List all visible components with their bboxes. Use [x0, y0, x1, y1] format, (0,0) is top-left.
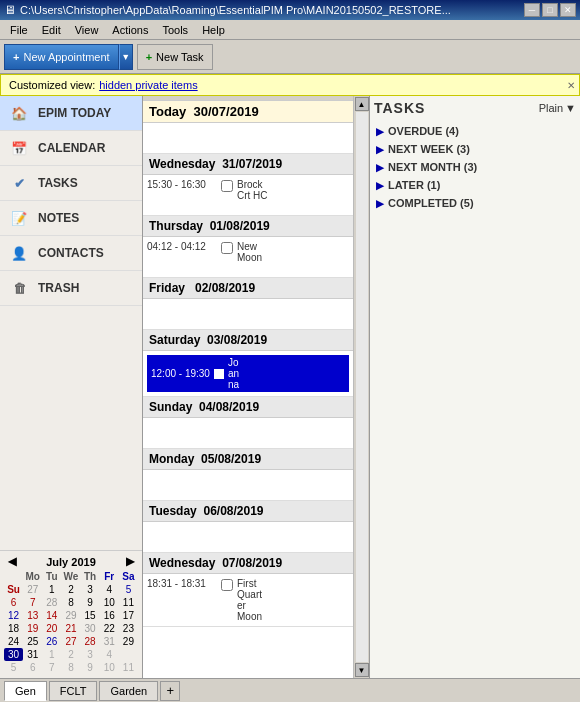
menu-help[interactable]: Help: [196, 22, 231, 38]
tab-gen[interactable]: Gen: [4, 681, 47, 701]
event-checkbox-wed-31-1[interactable]: [221, 180, 233, 192]
day-4[interactable]: 4: [100, 583, 119, 596]
close-button[interactable]: ✕: [560, 3, 576, 17]
day-10[interactable]: 10: [100, 596, 119, 609]
event-checkbox-thu-01-1[interactable]: [221, 242, 233, 254]
day-11b[interactable]: 11: [119, 661, 138, 674]
task-group-later-arrow: ▶: [376, 180, 384, 191]
day-7[interactable]: 7: [23, 596, 42, 609]
new-task-button[interactable]: + New Task: [137, 44, 213, 70]
calendar-scrollbar[interactable]: ▲ ▼: [353, 96, 369, 678]
day-23[interactable]: 23: [119, 622, 138, 635]
day-header-thu-01: Thursday 01/08/2019: [143, 216, 353, 237]
mini-cal-prev[interactable]: ◀: [4, 555, 20, 568]
day-content-thu-01: 04:12 - 04:12 NewMoon: [143, 237, 353, 277]
day-3b[interactable]: 3: [81, 648, 100, 661]
day-1[interactable]: 1: [42, 583, 61, 596]
mini-cal-next[interactable]: ▶: [122, 555, 138, 568]
day-25[interactable]: 25: [23, 635, 42, 648]
event-time-wed-31-1: 15:30 - 16:30: [147, 179, 217, 190]
scroll-down-btn[interactable]: ▼: [355, 663, 369, 677]
calendar-pane[interactable]: Today 30/07/2019 Wednesday 31/07/2019 15…: [143, 96, 353, 678]
day-15[interactable]: 15: [81, 609, 100, 622]
new-appointment-button[interactable]: + New Appointment: [4, 44, 119, 70]
day-29[interactable]: 29: [119, 635, 138, 648]
menu-file[interactable]: File: [4, 22, 34, 38]
day-8b[interactable]: 8: [61, 661, 80, 674]
day-20[interactable]: 20: [42, 622, 61, 635]
minimize-button[interactable]: ─: [524, 3, 540, 17]
task-group-overdue[interactable]: ▶ OVERDUE (4): [374, 122, 576, 140]
sidebar-item-epim-today[interactable]: 🏠 EPIM TODAY: [0, 96, 142, 131]
day-12[interactable]: 12: [4, 609, 23, 622]
day-18[interactable]: 18: [4, 622, 23, 635]
day-19[interactable]: 19: [23, 622, 42, 635]
day-6[interactable]: 6: [4, 596, 23, 609]
tab-garden[interactable]: Garden: [99, 681, 158, 701]
maximize-button[interactable]: □: [542, 3, 558, 17]
day-8[interactable]: 8: [61, 596, 80, 609]
day-5[interactable]: 5: [119, 583, 138, 596]
menu-tools[interactable]: Tools: [156, 22, 194, 38]
task-group-later[interactable]: ▶ LATER (1): [374, 176, 576, 194]
day-9b[interactable]: 9: [81, 661, 100, 674]
sidebar-item-tasks[interactable]: ✔ TASKS: [0, 166, 142, 201]
day-14[interactable]: 14: [42, 609, 61, 622]
day-1b[interactable]: 1: [42, 648, 61, 661]
title-bar-buttons: ─ □ ✕: [524, 3, 576, 17]
day-27b[interactable]: 27: [61, 635, 80, 648]
task-group-completed-label: COMPLETED (5): [388, 197, 474, 209]
task-group-completed[interactable]: ▶ COMPLETED (5): [374, 194, 576, 212]
day-3[interactable]: 3: [81, 583, 100, 596]
day-9[interactable]: 9: [81, 596, 100, 609]
banner-close-button[interactable]: ✕: [567, 80, 575, 91]
day-4b[interactable]: 4: [100, 648, 119, 661]
scroll-up-btn[interactable]: ▲: [355, 97, 369, 111]
tab-fclt[interactable]: FCLT: [49, 681, 98, 701]
day-7b[interactable]: 7: [42, 661, 61, 674]
event-name-sat-03: Joanna: [228, 357, 239, 390]
day-31[interactable]: 31: [23, 648, 42, 661]
menu-view[interactable]: View: [69, 22, 105, 38]
day-11[interactable]: 11: [119, 596, 138, 609]
day-24[interactable]: 24: [4, 635, 23, 648]
thu-header: Th: [81, 570, 100, 583]
sidebar-item-calendar[interactable]: 📅 CALENDAR: [0, 131, 142, 166]
day-13[interactable]: 13: [23, 609, 42, 622]
sidebar-item-notes[interactable]: 📝 NOTES: [0, 201, 142, 236]
title-bar-icon: 🖥: [4, 3, 16, 17]
sun-header: Su: [4, 583, 23, 596]
day-content-sun-04: [143, 418, 353, 448]
sidebar-item-trash[interactable]: 🗑 TRASH: [0, 271, 142, 306]
day-30-today[interactable]: 30: [4, 648, 23, 661]
new-appointment-dropdown[interactable]: ▼: [119, 44, 133, 70]
day-2[interactable]: 2: [61, 583, 80, 596]
day-16[interactable]: 16: [100, 609, 119, 622]
mini-cal-month-year: July 2019: [46, 556, 96, 568]
day-2b[interactable]: 2: [61, 648, 80, 661]
calendar-section: Today 30/07/2019 Wednesday 31/07/2019 15…: [143, 96, 370, 678]
menu-edit[interactable]: Edit: [36, 22, 67, 38]
event-blue-sat-03[interactable]: 12:00 - 19:30 Joanna: [147, 355, 349, 392]
day-28[interactable]: 28: [81, 635, 100, 648]
day-block-thu-01: Thursday 01/08/2019 04:12 - 04:12 NewMoo…: [143, 216, 353, 278]
tasks-view-selector[interactable]: Plain ▼: [539, 102, 576, 114]
day-5b[interactable]: 5: [4, 661, 23, 674]
sidebar-item-contacts[interactable]: 👤 CONTACTS: [0, 236, 142, 271]
menu-actions[interactable]: Actions: [106, 22, 154, 38]
day-6b[interactable]: 6: [23, 661, 42, 674]
task-group-next-month[interactable]: ▶ NEXT MONTH (3): [374, 158, 576, 176]
task-group-completed-arrow: ▶: [376, 198, 384, 209]
day-10b[interactable]: 10: [100, 661, 119, 674]
tab-add-button[interactable]: +: [160, 681, 180, 701]
task-group-next-week[interactable]: ▶ NEXT WEEK (3): [374, 140, 576, 158]
day-22[interactable]: 22: [100, 622, 119, 635]
event-checkbox-wed-07-1[interactable]: [221, 579, 233, 591]
banner-link[interactable]: hidden private items: [99, 79, 197, 91]
sidebar-label-calendar: CALENDAR: [38, 141, 105, 155]
sidebar: 🏠 EPIM TODAY 📅 CALENDAR ✔ TASKS 📝 NOTES …: [0, 96, 143, 678]
day-26[interactable]: 26: [42, 635, 61, 648]
day-17[interactable]: 17: [119, 609, 138, 622]
day-21[interactable]: 21: [61, 622, 80, 635]
trash-icon: 🗑: [8, 277, 30, 299]
